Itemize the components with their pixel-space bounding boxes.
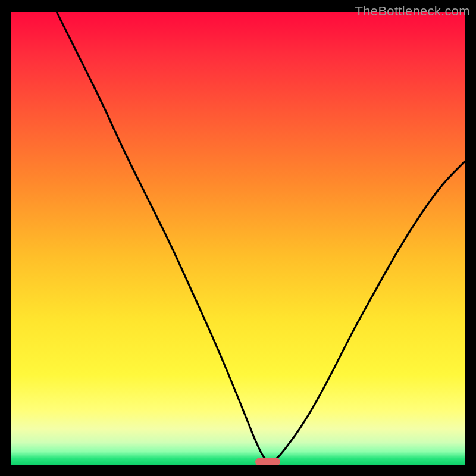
watermark-text: TheBottleneck.com	[355, 4, 470, 19]
bottleneck-curve	[11, 12, 465, 465]
chart-frame: TheBottleneck.com	[0, 0, 476, 476]
plot-area	[11, 12, 465, 465]
optimum-marker	[255, 458, 280, 465]
